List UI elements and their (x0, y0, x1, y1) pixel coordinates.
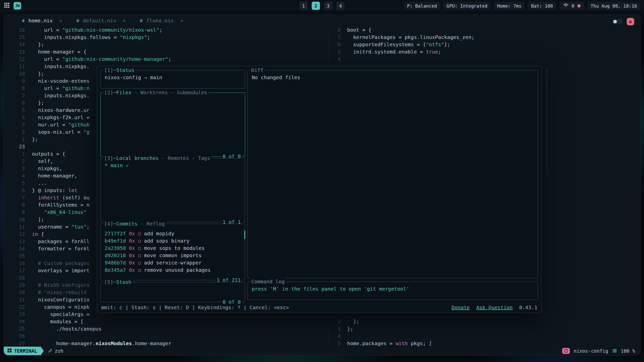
line-number: 11 (4, 223, 25, 231)
lazygit-commits-panel[interactable]: [4]─Commits - Reflog 2717f2f0x○add mopid… (100, 224, 245, 280)
line-number: 6 (4, 187, 25, 194)
tab-close-icon[interactable]: × (123, 18, 126, 24)
line-number: 12 (4, 231, 25, 238)
logo-badge[interactable]: JW (14, 2, 21, 10)
shell-tab[interactable]: zsh (44, 347, 68, 355)
workspace-1[interactable]: 1 (299, 2, 308, 10)
lazygit-status-panel[interactable]: [1]─Status nixos-config → main (100, 70, 245, 88)
shell-label: zsh (55, 348, 63, 354)
workspace-4[interactable]: 4 (336, 2, 345, 10)
workspace-3[interactable]: 3 (324, 2, 332, 10)
commit-hash: 2717f2f (105, 230, 126, 237)
buffer-tab-bar: ❄home.nix×❄default.nix×❄flake.nix× (4, 15, 640, 26)
code-line: 12 url = "github:nix-community/home-mana… (4, 56, 329, 63)
tab-default.nix[interactable]: ❄default.nix× (76, 18, 126, 24)
tiles-icon (7, 348, 12, 354)
code-line: 27 home-manager.nixosModules.home-manage… (4, 340, 329, 347)
list-icon (612, 348, 617, 354)
line-number: 21 (4, 296, 25, 303)
window-close-button[interactable]: × (627, 18, 634, 25)
commit-flag: 0x (129, 245, 135, 252)
clock[interactable]: Thu Aug 08, 18:16 (588, 2, 640, 10)
commit-mark-icon: ○ (138, 230, 141, 237)
code-line: 26 (4, 333, 329, 340)
scroll-indicator (547, 68, 547, 175)
system-tray[interactable]: 0 (559, 2, 584, 10)
lazygit-keybindings-bar: mmit: c | Stash: s | Reset: D | Keybindi… (101, 304, 537, 311)
line-number: 4 (4, 114, 25, 121)
line-number: 23 (4, 143, 25, 150)
float-toggle[interactable] (613, 19, 623, 24)
tab-home.nix[interactable]: ❄home.nix× (22, 18, 62, 24)
session-badge[interactable] (562, 348, 570, 354)
commit-row[interactable]: 8e345a70x○remove unused packages (105, 266, 241, 274)
wifi-icon[interactable] (563, 3, 569, 9)
workspace-2[interactable]: 2 (312, 2, 320, 10)
notification-dot-icon[interactable] (577, 4, 581, 8)
command-log-content: press 'M' in the files panel to open 'gi… (248, 282, 538, 296)
line-number: 22 (4, 303, 25, 311)
commit-row[interactable]: 2a239500x○move sops to modules (105, 245, 241, 252)
commit-mark-icon: ○ (138, 259, 141, 266)
commit-flag: 0x (129, 252, 135, 259)
keybinding-hints: mmit: c | Stash: s | Reset: D | Keybindi… (101, 304, 289, 311)
panel-title: Diff (250, 67, 264, 74)
tab-close-icon[interactable]: × (59, 18, 62, 24)
code-line: 4 (329, 56, 640, 63)
commit-flag: 0x (129, 230, 135, 237)
ask-question-link[interactable]: Ask Question (476, 304, 513, 311)
statusbar-right: nixos-config 100 % (562, 348, 640, 354)
line-number: 1 (4, 150, 25, 158)
line-number: 26 (4, 333, 25, 340)
code-line: 15 inputs.nixpkgs.follows = "nixpkgs"; (4, 34, 329, 41)
commit-hash: 2a23950 (105, 245, 126, 252)
donate-link[interactable]: Donate (452, 304, 470, 311)
commit-row[interactable]: b49ef1d0x○add sops binary (105, 237, 241, 245)
commit-row[interactable]: 2717f2f0x○add mopidy (105, 230, 241, 237)
tab-flake.nix[interactable]: ❄flake.nix× (140, 18, 183, 24)
lazygit-diff-panel[interactable]: Diff No changed files (248, 70, 538, 278)
code-line: 7 kernelPackages = pkgs.linuxPackages_ze… (329, 34, 640, 41)
app-launcher-icon[interactable] (4, 3, 10, 9)
lazygit-stash-panel[interactable]: [5]─Stash 0 of 0 (100, 282, 245, 302)
code-line: 25 ./hosts/canopus (4, 325, 329, 333)
commit-message: add sops binary (144, 237, 189, 245)
commit-flag: 0x (129, 237, 135, 245)
line-number: 5 (329, 340, 341, 347)
commit-message: add mopidy (144, 230, 174, 237)
commit-message: move common imports (144, 252, 202, 259)
nix-snowflake-icon: ❄ (140, 18, 143, 24)
commit-row[interactable]: 9486b7d0x○add service-wrapper (105, 259, 241, 266)
line-number: 4 (329, 56, 341, 63)
line-number: 13 (4, 238, 25, 245)
line-number: 7 (329, 34, 341, 41)
line-number: 9 (4, 77, 25, 85)
commits-scrollbar[interactable] (244, 231, 245, 239)
panel-title: [5]─Stash (103, 279, 132, 286)
line-number: 12 (4, 56, 25, 63)
line-number: 7 (4, 194, 25, 201)
scroll-percent: 100 % (621, 348, 635, 354)
terminal-status-bar: TERMINAL zsh nixos-config 100 % (4, 347, 640, 355)
topbar-right: P: BalancedGPU: IntegratedHome: 7msBat: … (404, 2, 640, 10)
code-line: 6 supportedFilesystems = ["ntfs"]; (329, 41, 640, 48)
panel-title: Command log (250, 278, 286, 285)
commit-row[interactable]: d9202180x○move common imports (105, 252, 241, 259)
commit-message: remove unused packages (144, 266, 211, 274)
line-number: 25 (4, 325, 25, 333)
lazygit-branches-panel[interactable]: [3]─Local branches - Remotes - Tags * ma… (100, 158, 245, 222)
line-number: 8 (4, 201, 25, 209)
lazygit-command-log-panel[interactable]: Command log press 'M' in the files panel… (248, 282, 538, 300)
branch-arrow-icon: → (141, 74, 150, 80)
panel-title: [3]─Local branches - Remotes - Tags (103, 155, 211, 162)
lazygit-files-panel[interactable]: [2]─Files - Worktrees - Submodules 0 of … (100, 93, 245, 157)
code-line: 24 modules = [ (4, 318, 329, 325)
line-number: 14 (4, 245, 25, 252)
tab-label: flake.nix (146, 18, 174, 24)
line-number: 3 (329, 325, 341, 333)
commit-list: 2717f2f0x○add mopidyb49ef1d0x○add sops b… (101, 224, 245, 277)
commit-flag: 0x (129, 259, 135, 266)
tab-close-icon[interactable]: × (180, 18, 183, 24)
mode-badge[interactable]: TERMINAL (4, 347, 41, 355)
line-number: 15 (4, 252, 25, 260)
